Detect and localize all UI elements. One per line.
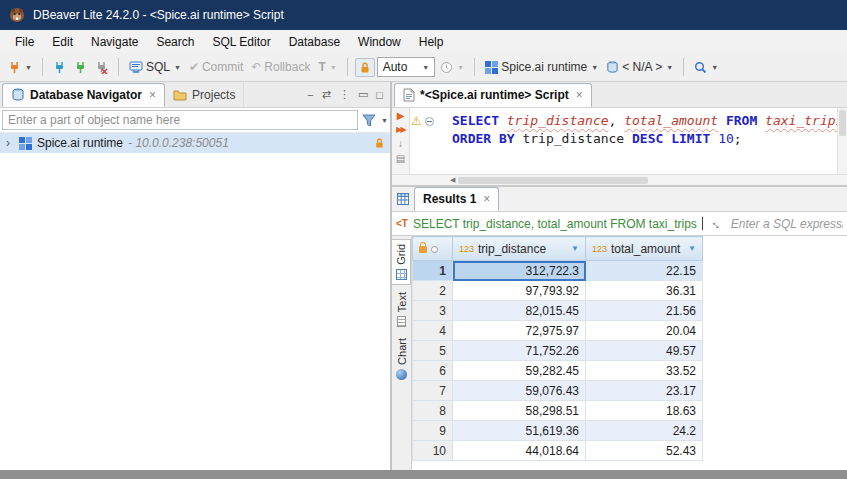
view-menu-icon[interactable]: ⋮ bbox=[339, 88, 350, 101]
grid-cell-total-amount[interactable]: 52.43 bbox=[586, 441, 703, 461]
menu-item-sql-editor[interactable]: SQL Editor bbox=[203, 32, 279, 52]
active-database-selector[interactable]: < N/A > ▼ bbox=[603, 58, 676, 76]
collapse-all-icon[interactable]: − bbox=[307, 89, 313, 101]
tab-projects[interactable]: Projects bbox=[165, 83, 244, 107]
grid-cell-total-amount[interactable]: 18.63 bbox=[586, 401, 703, 421]
sort-desc-icon[interactable]: ▼ bbox=[688, 244, 696, 253]
column-header-trip-distance[interactable]: 123 trip_distance ▼ bbox=[453, 237, 586, 261]
grid-cell-trip-distance[interactable]: 71,752.26 bbox=[453, 341, 586, 361]
row-number[interactable]: 2 bbox=[413, 281, 453, 301]
minimize-view-icon[interactable]: ▭ bbox=[358, 88, 368, 101]
search-button[interactable]: ▼ bbox=[691, 59, 721, 76]
row-number[interactable]: 5 bbox=[413, 341, 453, 361]
database-navigator-panel: Database Navigator × Projects − ⇄ ⋮ ▭ □ bbox=[0, 82, 392, 470]
close-icon[interactable]: × bbox=[483, 192, 490, 206]
sql-code[interactable]: SELECT trip_distance, total_amount FROM … bbox=[446, 108, 837, 174]
menu-item-help[interactable]: Help bbox=[410, 32, 453, 52]
grid-cell-trip-distance[interactable]: 312,722.3 bbox=[453, 261, 586, 281]
sql-line-1[interactable]: SELECT trip_distance, total_amount FROM … bbox=[452, 112, 837, 130]
custom-filter-icon[interactable]: <T bbox=[396, 218, 408, 229]
numeric-type-icon: 123 bbox=[592, 244, 607, 254]
expand-chevron-icon[interactable]: › bbox=[6, 136, 14, 150]
row-number[interactable]: 8 bbox=[413, 401, 453, 421]
new-connection-button[interactable]: ▼ bbox=[5, 59, 35, 76]
menu-item-window[interactable]: Window bbox=[349, 32, 410, 52]
grid-cell-total-amount[interactable]: 21.56 bbox=[586, 301, 703, 321]
scroll-left-icon[interactable]: ◀ bbox=[450, 176, 455, 184]
row-number[interactable]: 10 bbox=[413, 441, 453, 461]
grid-cell-trip-distance[interactable]: 51,619.36 bbox=[453, 421, 586, 441]
tab-database-navigator[interactable]: Database Navigator × bbox=[2, 83, 165, 107]
column-header-total-amount[interactable]: 123 total_amount ▼ bbox=[586, 237, 703, 261]
filter-expression-input[interactable]: Enter a SQL expression to bbox=[731, 217, 843, 231]
grid-cell-trip-distance[interactable]: 72,975.97 bbox=[453, 321, 586, 341]
chevron-down-icon[interactable]: ▼ bbox=[381, 117, 388, 124]
sql-line-2[interactable]: ORDER BY trip_distance DESC LIMIT 10; bbox=[452, 130, 837, 148]
grid-cell-total-amount[interactable]: 36.31 bbox=[586, 281, 703, 301]
row-number[interactable]: 7 bbox=[413, 381, 453, 401]
toolbar-separator bbox=[347, 58, 348, 76]
row-number[interactable]: 4 bbox=[413, 321, 453, 341]
editor-vertical-scrollbar[interactable] bbox=[837, 108, 847, 174]
tab-results-1[interactable]: Results 1 × bbox=[414, 187, 499, 211]
grid-corner-cell[interactable] bbox=[413, 237, 453, 261]
sql-token: trip_distance bbox=[515, 131, 632, 146]
grid-cell-trip-distance[interactable]: 59,282.45 bbox=[453, 361, 586, 381]
menu-item-edit[interactable]: Edit bbox=[43, 32, 82, 52]
grid-cell-trip-distance[interactable]: 44,018.64 bbox=[453, 441, 586, 461]
menu-item-search[interactable]: Search bbox=[147, 32, 203, 52]
close-icon[interactable]: × bbox=[576, 88, 583, 102]
transaction-log-icon: T bbox=[318, 60, 325, 74]
link-with-editor-icon[interactable]: ⇄ bbox=[322, 88, 331, 101]
grid-cell-trip-distance[interactable]: 82,015.45 bbox=[453, 301, 586, 321]
side-tab-text[interactable]: Text bbox=[392, 288, 411, 331]
menu-item-navigate[interactable]: Navigate bbox=[82, 32, 147, 52]
export-result-icon[interactable]: ↓ bbox=[398, 139, 403, 149]
grid-cell-total-amount[interactable]: 33.52 bbox=[586, 361, 703, 381]
grid-cell-total-amount[interactable]: 22.15 bbox=[586, 261, 703, 281]
filter-funnel-icon[interactable] bbox=[362, 114, 376, 127]
menu-item-file[interactable]: File bbox=[6, 32, 43, 52]
side-tab-grid[interactable]: Grid bbox=[392, 239, 411, 285]
grid-cell-trip-distance[interactable]: 59,076.43 bbox=[453, 381, 586, 401]
connect-button[interactable] bbox=[50, 59, 69, 76]
titlebar: DBeaver Lite 24.2.0 - <Spice.ai runtime>… bbox=[0, 0, 847, 30]
row-number[interactable]: 3 bbox=[413, 301, 453, 321]
tab-sql-script[interactable]: *<Spice.ai runtime> Script × bbox=[394, 83, 592, 107]
menu-item-database[interactable]: Database bbox=[280, 32, 349, 52]
grid-cell-trip-distance[interactable]: 58,298.51 bbox=[453, 401, 586, 421]
commit-mode-select[interactable]: Auto ▼ bbox=[377, 57, 436, 77]
transaction-history-button[interactable]: ▼ bbox=[437, 59, 467, 76]
execute-script-icon[interactable]: ▶▶ bbox=[396, 126, 404, 134]
reconnect-button[interactable] bbox=[71, 59, 90, 76]
connection-lock-toggle[interactable] bbox=[355, 58, 375, 77]
rollback-button[interactable]: ↶ Rollback bbox=[248, 58, 313, 76]
disconnect-button[interactable] bbox=[92, 59, 111, 76]
close-icon[interactable]: × bbox=[149, 88, 156, 102]
grid-cell-trip-distance[interactable]: 97,793.92 bbox=[453, 281, 586, 301]
grid-cell-total-amount[interactable]: 49.57 bbox=[586, 341, 703, 361]
editor-horizontal-scrollbar[interactable]: ◀ bbox=[392, 174, 847, 186]
fold-collapse-icon[interactable] bbox=[425, 117, 434, 126]
maximize-view-icon[interactable]: □ bbox=[376, 89, 383, 101]
grid-cell-total-amount[interactable]: 20.04 bbox=[586, 321, 703, 341]
row-number[interactable]: 1 bbox=[413, 261, 453, 281]
explain-plan-icon[interactable]: ▤ bbox=[396, 154, 405, 164]
scrollbar-thumb[interactable] bbox=[839, 110, 846, 136]
navigator-filter-input[interactable] bbox=[2, 110, 358, 130]
side-tab-chart[interactable]: Chart bbox=[392, 334, 411, 384]
expand-panel-icon[interactable]: ↔ bbox=[708, 214, 726, 232]
commit-button[interactable]: ✔ Commit bbox=[186, 58, 246, 76]
active-connection-selector[interactable]: Spice.ai runtime ▼ bbox=[482, 58, 601, 76]
transaction-log-button[interactable]: T ▼ bbox=[315, 58, 339, 76]
scrollbar-thumb[interactable] bbox=[458, 177, 648, 184]
sql-editor-button[interactable]: SQL ▼ bbox=[126, 58, 184, 76]
sort-desc-icon[interactable]: ▼ bbox=[571, 244, 579, 253]
execute-statement-icon[interactable]: ▶ bbox=[397, 111, 405, 121]
gutter-line-1: ⚠ bbox=[410, 112, 446, 130]
row-number[interactable]: 6 bbox=[413, 361, 453, 381]
row-number[interactable]: 9 bbox=[413, 421, 453, 441]
grid-cell-total-amount[interactable]: 23.17 bbox=[586, 381, 703, 401]
grid-cell-total-amount[interactable]: 24.2 bbox=[586, 421, 703, 441]
tree-item-connection[interactable]: › Spice.ai runtime - 10.0.0.238:50051 bbox=[0, 133, 390, 153]
